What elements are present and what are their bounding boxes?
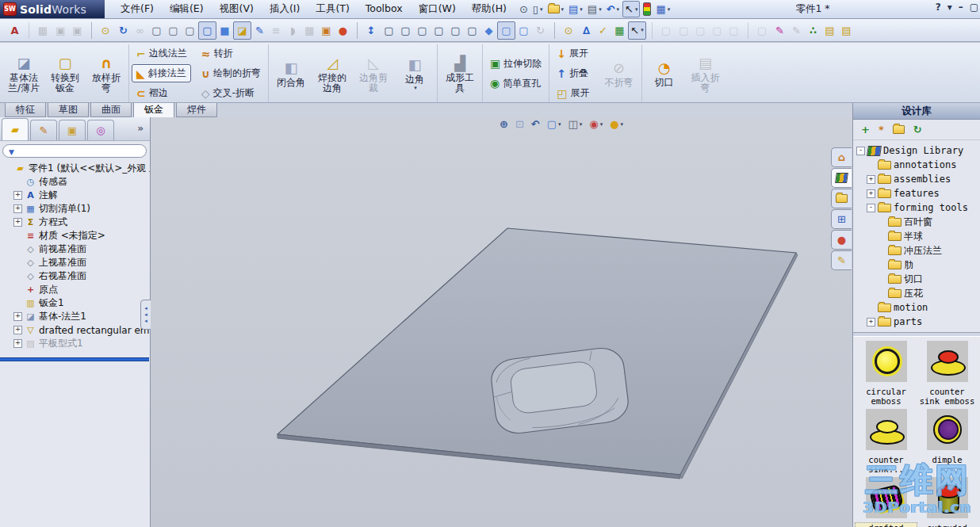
measure-tape-icon[interactable]: ⊙ ▾ bbox=[91, 22, 115, 39]
quickbar-button[interactable]: ▤ ▾ bbox=[567, 2, 584, 17]
tree-filter-input[interactable] bbox=[2, 144, 147, 158]
ribbon-button[interactable]: 边角 ▾ bbox=[395, 55, 434, 92]
library-tree-item[interactable]: - Design Library bbox=[853, 143, 980, 158]
assembly-features-icon[interactable]: ▢ ▾ bbox=[709, 22, 725, 39]
tree-expand-toggle[interactable]: + bbox=[13, 204, 22, 213]
normal-to-icon[interactable]: ◆ ▾ bbox=[480, 22, 497, 39]
library-tree-item[interactable]: 切口 bbox=[853, 272, 980, 286]
sketch-pen-icon[interactable]: ✎ ▾ bbox=[788, 22, 805, 39]
library-tree-item[interactable]: 肋 bbox=[853, 258, 980, 272]
create-new-folder-icon[interactable] bbox=[893, 125, 905, 134]
refresh-icon[interactable]: ↻ bbox=[913, 124, 922, 136]
tree-expand-toggle[interactable]: + bbox=[13, 218, 22, 227]
ribbon-button[interactable]: 展开 bbox=[552, 44, 593, 63]
panel-overflow-chevron[interactable]: » bbox=[137, 123, 144, 134]
library-tree-item[interactable]: - forming tools bbox=[853, 200, 980, 215]
propertymanager-tab[interactable] bbox=[30, 120, 57, 140]
dropdown-arrow-icon[interactable]: ▾ bbox=[617, 6, 620, 13]
dropdown-arrow-icon[interactable]: ▾ bbox=[621, 121, 624, 128]
design-table-icon[interactable]: ▦ ▾ bbox=[611, 22, 628, 39]
trimetric-view-icon[interactable]: ▢ ▾ bbox=[515, 22, 532, 39]
library-tree-item[interactable]: 半球 bbox=[853, 229, 980, 243]
menu-item[interactable]: 窗口(W) bbox=[419, 2, 456, 16]
ribbon-button[interactable]: 展开 bbox=[552, 84, 594, 102]
zoom-area-icon[interactable]: ⊡ ▾ bbox=[515, 118, 524, 130]
minimize-button[interactable]: – bbox=[959, 2, 963, 13]
ribbon-button[interactable]: 转换到钣金 ▾ bbox=[45, 53, 85, 94]
add-file-location-icon[interactable]: * bbox=[879, 124, 884, 136]
menu-item[interactable]: Toolbox bbox=[366, 2, 403, 16]
library-tree-item[interactable]: 压花 bbox=[853, 286, 980, 300]
configurationmanager-tab[interactable] bbox=[59, 120, 86, 140]
quickbar-button[interactable]: ▾ bbox=[641, 2, 653, 17]
view-top-icon[interactable]: ▢ ▾ bbox=[447, 22, 464, 39]
dropdown-arrow-icon[interactable]: ▾ bbox=[580, 121, 583, 128]
copy-icon[interactable]: ▣ ▾ bbox=[52, 22, 69, 39]
file-explorer-tab[interactable] bbox=[831, 189, 852, 208]
dropdown-arrow-icon[interactable]: ▾ bbox=[414, 85, 417, 91]
view-left-icon[interactable]: ▢ ▾ bbox=[414, 22, 431, 39]
ribbon-button[interactable]: 焊接的边角 ▾ bbox=[312, 53, 352, 94]
view-right-icon[interactable]: ▢ ▾ bbox=[431, 22, 447, 39]
new-window-icon[interactable]: ▤ ▾ bbox=[821, 22, 838, 39]
sketch-ink-icon[interactable]: ✎ ▾ bbox=[771, 22, 788, 39]
tree-expand-toggle[interactable]: + bbox=[13, 326, 22, 334]
ribbon-button[interactable]: 边角剪裁 ▾ bbox=[354, 53, 393, 94]
view-bottom-icon[interactable]: ▢ ▾ bbox=[464, 22, 480, 39]
ribbon-button[interactable]: 简单直孔 bbox=[485, 74, 546, 93]
texture-icon[interactable]: ▣ ▾ bbox=[318, 22, 335, 39]
menu-item[interactable]: 文件(F) bbox=[121, 2, 154, 16]
ribbon-button[interactable]: 插入折弯 bbox=[686, 53, 725, 94]
layers-icon[interactable]: ≡ ▾ bbox=[268, 22, 285, 39]
menu-item[interactable]: 帮助(H) bbox=[472, 2, 507, 16]
view-palette-tab[interactable] bbox=[831, 209, 852, 229]
rebuild-icon[interactable]: ↻ ▾ bbox=[115, 22, 132, 39]
shaded-with-edges-icon[interactable]: ▢ ▾ bbox=[198, 21, 216, 40]
dropdown-arrow-icon[interactable]: ▾ bbox=[540, 6, 543, 13]
library-thumbnail[interactable]: counter sink emboss bbox=[917, 341, 978, 406]
help-button[interactable]: ? bbox=[936, 2, 941, 13]
color-swatch-icon[interactable]: ● ▾ bbox=[335, 22, 351, 39]
rotate-view-icon[interactable]: ↻ ▾ bbox=[532, 22, 549, 39]
feature-tree-item[interactable]: 右视基准面 bbox=[0, 269, 150, 283]
dropdown-arrow-icon[interactable]: ▾ bbox=[558, 121, 561, 128]
curvature-icon[interactable]: ✎ ▾ bbox=[251, 22, 268, 39]
rollback-bar[interactable] bbox=[0, 357, 149, 361]
library-tree-item[interactable]: annotations bbox=[853, 158, 980, 172]
help-dropdown-icon[interactable]: ▾ bbox=[947, 2, 952, 13]
tree-expand-toggle[interactable]: - bbox=[867, 204, 875, 212]
ribbon-button[interactable]: 褶边 bbox=[132, 84, 173, 102]
feature-tree-item[interactable]: 材质 <未指定> bbox=[0, 229, 150, 242]
wireframe-icon[interactable]: ▢ ▾ bbox=[148, 22, 165, 39]
feature-tree-item[interactable]: + drafted rectangular embo bbox=[0, 323, 150, 337]
interference-icon[interactable]: ▢ ▾ bbox=[692, 22, 709, 39]
library-tree-item[interactable]: + assemblies bbox=[853, 172, 980, 186]
paste-icon[interactable]: ▣ ▾ bbox=[69, 22, 86, 39]
library-thumbnail[interactable]: circular emboss bbox=[856, 341, 917, 406]
tree-expand-toggle[interactable]: - bbox=[856, 147, 865, 155]
library-thumbnail[interactable]: extruded hole bbox=[917, 477, 978, 527]
library-tree-item[interactable]: motion bbox=[853, 300, 980, 315]
feature-tree-item[interactable]: + 方程式 bbox=[0, 216, 150, 229]
feature-tree-item[interactable]: 钣金1 bbox=[0, 296, 150, 310]
command-tab[interactable]: 曲面 bbox=[90, 103, 132, 117]
dropdown-arrow-icon[interactable]: ▾ bbox=[561, 6, 565, 13]
dropdown-arrow-icon[interactable]: ▾ bbox=[599, 6, 602, 13]
ribbon-button[interactable]: 基体法兰/薄片 ▾ bbox=[4, 53, 44, 94]
shaded-icon[interactable]: ■ ▾ bbox=[216, 22, 233, 39]
dropdown-arrow-icon[interactable]: ▾ bbox=[600, 121, 603, 128]
selection-filter-icon[interactable]: ↖ ▾ bbox=[628, 21, 646, 40]
graphics-viewport[interactable]: ⊕ ▾ ⊡ ▾ ↶ ▾ ▢ ▾ ◫ ▾ ◉ ▾ ● bbox=[151, 117, 852, 527]
measure-icon[interactable]: ⊙ ▾ bbox=[554, 22, 578, 39]
menu-item[interactable]: 视图(V) bbox=[220, 2, 254, 16]
dimxpertmanager-tab[interactable] bbox=[87, 120, 114, 140]
menu-item[interactable]: 工具(T) bbox=[316, 2, 349, 16]
menu-item[interactable]: 插入(I) bbox=[270, 2, 300, 16]
command-tab[interactable]: 焊件 bbox=[176, 103, 217, 117]
ribbon-button[interactable]: 成形工具 bbox=[440, 53, 480, 94]
explode-line-icon[interactable]: ▢ ▾ bbox=[676, 22, 692, 39]
smart-fasteners-icon[interactable]: ▢ ▾ bbox=[748, 22, 771, 39]
ribbon-button[interactable]: 边线法兰 bbox=[132, 44, 192, 63]
library-thumbnail[interactable]: dimple bbox=[917, 409, 978, 474]
shadows-icon[interactable]: ◗ ▾ bbox=[285, 22, 301, 39]
